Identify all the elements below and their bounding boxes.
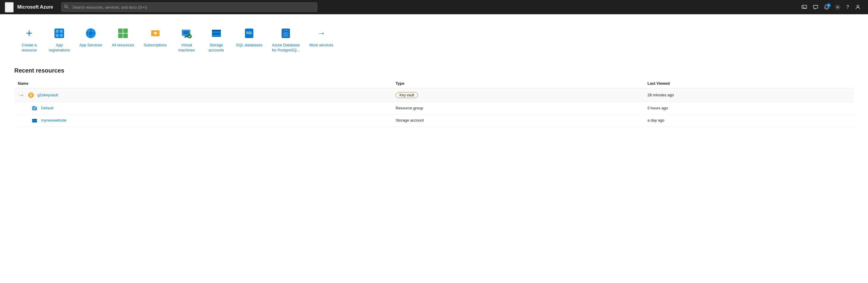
type-badge-keyvault: Key vault	[396, 92, 418, 98]
service-all-resources[interactable]: All resources	[107, 24, 139, 50]
svg-point-41	[283, 32, 289, 34]
hamburger-menu[interactable]	[5, 2, 14, 12]
type-cell-g2skeyvault: Key vault	[392, 88, 644, 102]
virtual-machines-label: Virtualmachines	[178, 43, 195, 53]
resource-name-cell: → g2skeyvault	[14, 88, 392, 102]
svg-rect-26	[183, 31, 189, 34]
services-row: + Create aresource Appregistrations	[14, 24, 854, 55]
svg-rect-33	[212, 33, 221, 34]
col-header-type: Type	[392, 79, 644, 88]
svg-point-29	[188, 34, 192, 38]
service-virtual-machines[interactable]: Virtualmachines	[172, 24, 202, 55]
service-subscriptions[interactable]: Subscriptions	[139, 24, 172, 50]
resources-table: Name Type Last Viewed →	[14, 79, 854, 127]
feedback-button[interactable]	[811, 3, 821, 11]
svg-point-40	[283, 34, 289, 37]
svg-point-23	[154, 32, 157, 34]
app-services-icon	[84, 26, 98, 40]
subscriptions-label: Subscriptions	[144, 43, 167, 48]
svg-point-42	[28, 93, 34, 98]
plus-icon: +	[22, 26, 36, 40]
svg-rect-12	[56, 34, 59, 37]
resource-link-default[interactable]: Default	[41, 106, 53, 110]
type-cell-default: Resource group	[392, 102, 644, 114]
virtual-machines-icon	[180, 26, 194, 40]
svg-rect-45	[30, 96, 31, 97]
service-azure-db-postgres[interactable]: Azure Databasefor PostgreSQ...	[267, 24, 305, 55]
service-create-resource[interactable]: + Create aresource	[14, 24, 44, 55]
account-button[interactable]	[852, 2, 863, 12]
app-registrations-label: Appregistrations	[49, 43, 70, 53]
service-sql-databases[interactable]: SQL SQL databases	[231, 24, 267, 50]
more-services-icon: →	[314, 26, 328, 40]
type-cell-mynewwebsite: Storage account	[392, 114, 644, 126]
search-input[interactable]	[61, 2, 317, 12]
svg-rect-10	[56, 30, 59, 33]
svg-rect-32	[212, 32, 221, 33]
sql-databases-icon: SQL	[242, 26, 256, 40]
service-more-services[interactable]: → More services	[305, 24, 338, 50]
svg-rect-13	[60, 34, 63, 37]
svg-rect-44	[31, 96, 31, 97]
svg-text:SQL: SQL	[246, 31, 252, 34]
keyvault-icon	[28, 92, 34, 98]
last-viewed-g2skeyvault: 28 minutes ago	[644, 88, 854, 102]
svg-rect-19	[123, 29, 128, 33]
svg-rect-2	[6, 9, 12, 9]
svg-rect-47	[33, 106, 34, 107]
svg-point-3	[65, 5, 67, 8]
svg-rect-34	[212, 35, 221, 36]
storage-account-small-icon	[32, 117, 37, 123]
recent-resources-section: Recent resources Name Type Last Viewed →	[14, 67, 854, 127]
svg-rect-31	[212, 30, 221, 31]
storage-accounts-label: Storageaccounts	[209, 43, 224, 53]
last-viewed-default: 5 hours ago	[644, 102, 854, 114]
svg-line-4	[67, 7, 68, 9]
cloud-shell-button[interactable]	[799, 3, 809, 11]
service-storage-accounts[interactable]: Storageaccounts	[202, 24, 231, 55]
svg-rect-20	[118, 34, 123, 38]
postgres-icon	[279, 26, 293, 40]
settings-button[interactable]	[833, 3, 843, 11]
resource-name-cell: Default	[14, 102, 392, 114]
help-button[interactable]: ?	[844, 3, 851, 11]
sql-databases-label: SQL databases	[236, 43, 262, 48]
create-resource-label: Create aresource	[22, 43, 37, 53]
svg-rect-46	[32, 107, 37, 110]
svg-rect-48	[33, 108, 36, 108]
all-resources-label: All resources	[112, 43, 134, 48]
svg-rect-51	[32, 119, 37, 120]
last-viewed-mynewwebsite: a day ago	[644, 114, 854, 126]
brand-name: Microsoft Azure	[17, 4, 53, 10]
more-services-label: More services	[309, 43, 333, 48]
azure-db-postgres-label: Azure Databasefor PostgreSQ...	[272, 43, 300, 53]
notification-badge: 6	[827, 3, 831, 7]
all-resources-icon	[116, 26, 130, 40]
svg-rect-49	[33, 109, 35, 109]
service-app-registrations[interactable]: Appregistrations	[44, 24, 75, 55]
app-services-label: App Services	[80, 43, 102, 48]
storage-accounts-icon	[209, 26, 223, 40]
svg-rect-18	[118, 29, 123, 33]
search-bar	[61, 2, 317, 12]
col-header-last-viewed: Last Viewed	[644, 79, 854, 88]
app-registrations-icon	[52, 26, 66, 40]
top-navigation: Microsoft Azure 6	[0, 0, 868, 14]
notifications-button[interactable]: 6	[822, 3, 831, 11]
svg-rect-52	[32, 120, 37, 121]
svg-point-8	[857, 5, 859, 7]
service-app-services[interactable]: App Services	[75, 24, 107, 50]
arrow-indicator: →	[18, 91, 24, 99]
table-row: Default Resource group 5 hours ago	[14, 102, 854, 114]
svg-rect-1	[6, 7, 12, 7]
col-header-name: Name	[14, 79, 392, 88]
section-title: Recent resources	[14, 67, 854, 74]
svg-rect-11	[60, 30, 63, 33]
subscriptions-icon	[148, 26, 162, 40]
resource-group-icon	[32, 105, 37, 111]
svg-point-7	[837, 6, 838, 8]
table-row: mynewwebsite Storage account a day ago	[14, 114, 854, 126]
resource-link-mynewwebsite[interactable]: mynewwebsite	[41, 118, 66, 122]
search-icon	[64, 5, 68, 10]
resource-link-g2skeyvault[interactable]: g2skeyvault	[37, 93, 58, 97]
